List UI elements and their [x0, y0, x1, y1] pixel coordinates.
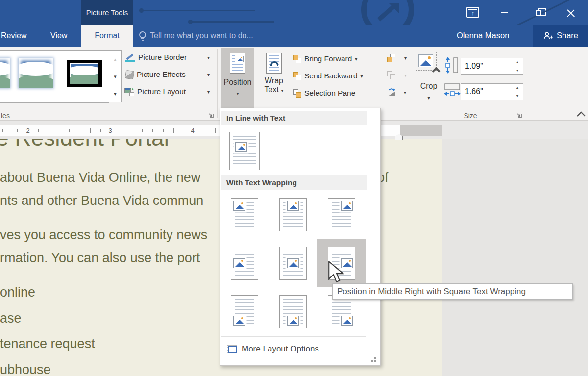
position-option-bottom-center[interactable] [269, 288, 318, 335]
position-tooltip: Position in Middle Right with Square Tex… [332, 283, 573, 300]
ruler-number: 2 [24, 127, 32, 134]
document-text-line: rmation. You can also use the port [0, 251, 200, 266]
gallery-scroll: ▴ ▾ ▾ [109, 50, 122, 103]
tab-format[interactable]: Format [81, 25, 133, 47]
picture-effects-icon [125, 70, 134, 79]
position-option-top-left[interactable] [220, 191, 269, 238]
picture-layout-icon: ↷ [124, 87, 134, 96]
group-objects-icon [387, 71, 395, 79]
spin-up-icon[interactable]: ▲ [516, 86, 519, 89]
gallery-more-button[interactable]: ▾ [109, 85, 122, 102]
document-list-item: ase [0, 311, 22, 326]
crop-button[interactable]: Crop ▾ [415, 48, 443, 111]
chevron-down-icon: ▾ [361, 74, 363, 79]
picture-styles-group-label: les [1, 112, 10, 120]
picture-tools-label: Picture Tools [86, 8, 128, 17]
close-icon [566, 9, 575, 18]
rotate-button[interactable]: ▾ [387, 86, 406, 98]
position-button[interactable]: Position ▾ [221, 48, 254, 111]
document-list-item: online [0, 285, 35, 300]
title-bar: Picture Tools [0, 0, 588, 25]
chevron-down-icon: ▾ [207, 55, 210, 60]
share-button[interactable]: Share [533, 25, 588, 47]
wrap-text-button[interactable]: Wrap Text ▾ [258, 48, 290, 111]
spin-down-icon[interactable]: ▼ [516, 94, 519, 98]
document-list-item: tenance request [0, 336, 95, 351]
picture-border-button[interactable]: Picture Border ▾ [125, 51, 187, 63]
width-spinner[interactable]: ▲ ▼ [513, 83, 522, 100]
chevron-down-icon: ▾ [427, 95, 430, 100]
picture-effects-button[interactable]: Picture Effects ▾ [125, 69, 186, 80]
align-button[interactable]: ▾ [387, 52, 407, 64]
size-group-label: Size [441, 112, 500, 120]
shape-height-icon [444, 57, 459, 74]
ribbon-tab-row: Review View Format Tell me what you want… [0, 25, 588, 47]
position-option-in-line[interactable] [220, 127, 269, 175]
accelerator-key: L [263, 344, 267, 353]
tell-me-lightbulb-icon [138, 31, 147, 42]
position-option-top-right[interactable] [317, 191, 366, 238]
gallery-scroll-up-button[interactable]: ▴ [109, 50, 122, 68]
ruler-margin-area [400, 125, 442, 136]
position-option-top-center[interactable] [269, 191, 318, 238]
chevron-down-icon: ▾ [207, 72, 210, 77]
position-dropdown-menu: In Line with Text With Text Wrapping [220, 108, 381, 366]
menu-section-header: With Text Wrapping [221, 175, 367, 190]
arrow-decoration [375, 3, 402, 23]
circuit-decoration [142, 10, 255, 11]
chevron-down-icon: ▾ [207, 89, 210, 95]
circuit-decoration [188, 20, 193, 24]
tab-review[interactable]: Review [1, 25, 26, 47]
size-dialog-launcher[interactable] [516, 112, 522, 119]
group-objects-button-disabled: ▾ [387, 69, 407, 81]
collapse-ribbon-chevron-icon[interactable] [576, 111, 586, 118]
restore-down-button[interactable] [532, 7, 545, 20]
chevron-down-icon: ▾ [404, 90, 406, 95]
position-option-bottom-left[interactable] [220, 288, 269, 335]
chevron-down-icon: ▾ [355, 56, 357, 62]
mouse-cursor [327, 261, 344, 283]
picture-layout-button[interactable]: ↷ Picture Layout ▾ [124, 86, 186, 98]
document-list-item: ubhouse [0, 362, 51, 376]
ribbon-display-options-button[interactable] [466, 6, 480, 19]
bring-forward-button[interactable]: Bring Forward ▾ [293, 53, 357, 65]
ruler-number: 4 [188, 127, 197, 134]
close-button[interactable] [564, 7, 577, 20]
circuit-decoration [191, 21, 274, 23]
group-separator [411, 49, 411, 118]
crop-icon [417, 53, 440, 80]
tell-me-search[interactable]: Tell me what you want to do... [150, 25, 253, 47]
wrap-text-icon [266, 53, 282, 74]
picture-style-thumbnail-framed[interactable] [67, 60, 102, 87]
picture-style-thumbnail[interactable] [19, 58, 53, 88]
picture-border-icon [125, 52, 135, 62]
minimize-button[interactable] [498, 6, 511, 19]
gallery-scroll-down-button[interactable]: ▾ [109, 68, 122, 85]
selection-pane-button[interactable]: Selection Pane [293, 87, 355, 99]
position-option-middle-center[interactable] [269, 239, 318, 287]
rotate-icon [387, 88, 396, 97]
ribbon-display-options-icon [466, 7, 479, 18]
spin-down-icon[interactable]: ▼ [516, 69, 519, 72]
send-backward-button[interactable]: Send Backward ▾ [293, 70, 363, 82]
more-layout-options-item[interactable]: More Layout Options... [220, 339, 380, 359]
share-person-icon [542, 30, 553, 41]
picture-styles-dialog-launcher[interactable] [208, 112, 214, 119]
document-text-line: about Buena Vida Online, the new [0, 170, 200, 185]
signed-in-user[interactable]: Olenna Mason [457, 25, 509, 47]
picture-styles-gallery [0, 50, 109, 103]
picture-style-thumbnail[interactable] [0, 58, 10, 88]
shape-width-icon [444, 83, 461, 98]
position-option-middle-left[interactable] [220, 239, 269, 287]
document-text-line: ves you access to community news [0, 227, 207, 243]
spin-up-icon[interactable]: ▲ [516, 60, 519, 64]
chevron-down-icon: ▾ [236, 91, 239, 96]
tab-view[interactable]: View [50, 25, 67, 47]
height-spinner[interactable]: ▲ ▼ [513, 58, 522, 75]
menu-resize-grip[interactable] [374, 360, 376, 362]
circuit-decoration [139, 8, 144, 13]
menu-section-header: In Line with Text [221, 111, 367, 125]
picture-tools-context-tab[interactable]: Picture Tools [81, 0, 133, 25]
menu-divider [221, 336, 366, 337]
more-layout-options-icon [227, 345, 237, 353]
